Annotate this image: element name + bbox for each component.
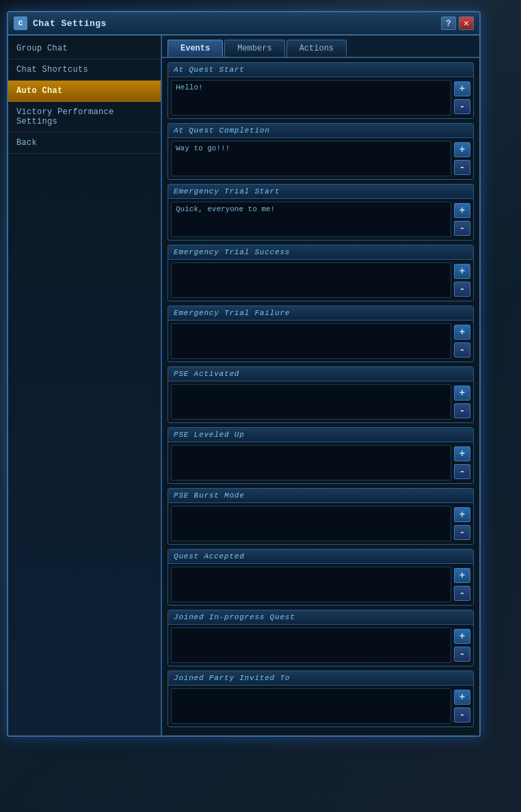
event-emergency-trial-start-buttons: + - xyxy=(454,202,470,237)
event-emergency-trial-start-body: Quick, everyone to me! + - xyxy=(168,199,473,240)
tab-members[interactable]: Members xyxy=(224,40,284,57)
window-title: Chat Settings xyxy=(33,18,107,29)
event-joined-in-progress-quest-input[interactable] xyxy=(171,627,451,663)
event-emergency-trial-failure-buttons: + - xyxy=(454,323,470,359)
event-joined-party-invited-to-header: Joined Party Invited To xyxy=(168,671,473,686)
event-at-quest-start-input[interactable]: Hello! xyxy=(171,80,451,116)
event-emergency-trial-failure-header: Emergency Trial Failure xyxy=(168,306,473,321)
event-joined-party-invited-to-add-button[interactable]: + xyxy=(454,690,470,705)
event-quest-accepted: Quest Accepted + - xyxy=(168,549,474,606)
event-pse-leveled-up-remove-button[interactable]: - xyxy=(454,464,470,479)
tab-bar: Events Members Actions xyxy=(162,36,479,58)
event-pse-activated-header: PSE Activated xyxy=(168,367,473,381)
event-at-quest-start-body: Hello! + - xyxy=(168,77,473,118)
event-pse-leveled-up-input[interactable] xyxy=(171,445,451,481)
window-icon: C xyxy=(14,16,27,30)
sidebar-item-auto-chat[interactable]: Auto Chat xyxy=(8,81,161,102)
main-content: Events Members Actions At Quest Start He… xyxy=(162,36,479,735)
event-pse-leveled-up-add-button[interactable]: + xyxy=(454,446,470,461)
window-body: Group Chat Chat Shortcuts Auto Chat Vict… xyxy=(8,36,479,735)
event-at-quest-start-header: At Quest Start xyxy=(168,63,473,77)
sidebar-item-chat-shortcuts[interactable]: Chat Shortcuts xyxy=(8,59,161,81)
sidebar-item-group-chat[interactable]: Group Chat xyxy=(8,38,161,59)
tab-actions[interactable]: Actions xyxy=(286,40,347,57)
event-at-quest-completion-header: At Quest Completion xyxy=(168,124,473,138)
event-emergency-trial-success-input[interactable] xyxy=(171,262,451,298)
event-at-quest-start-add-button[interactable]: + xyxy=(454,81,470,96)
close-button[interactable]: ✕ xyxy=(459,16,474,30)
tab-events[interactable]: Events xyxy=(168,40,223,57)
event-at-quest-completion-remove-button[interactable]: - xyxy=(454,160,470,175)
event-pse-burst-mode-input[interactable] xyxy=(171,506,451,541)
event-at-quest-completion: At Quest Completion Way to go!!! + - xyxy=(168,123,474,180)
event-pse-activated: PSE Activated + - xyxy=(168,366,474,423)
event-pse-leveled-up-header: PSE Leveled Up xyxy=(168,428,473,442)
event-at-quest-start-buttons: + - xyxy=(454,80,470,116)
chat-settings-window: C Chat Settings ? ✕ Group Chat Chat Shor… xyxy=(7,11,481,737)
event-joined-in-progress-quest-body: + - xyxy=(168,625,473,666)
event-joined-in-progress-quest-header: Joined In-progress Quest xyxy=(168,610,473,625)
event-joined-party-invited-to-remove-button[interactable]: - xyxy=(454,707,470,722)
event-joined-party-invited-to-buttons: + - xyxy=(454,688,470,724)
event-pse-activated-body: + - xyxy=(168,381,473,422)
event-emergency-trial-failure-input[interactable] xyxy=(171,323,451,359)
event-pse-leveled-up-buttons: + - xyxy=(454,445,470,481)
event-pse-burst-mode-body: + - xyxy=(168,503,473,544)
event-joined-party-invited-to: Joined Party Invited To + - xyxy=(168,671,474,727)
event-emergency-trial-start-add-button[interactable]: + xyxy=(454,203,470,218)
event-emergency-trial-failure: Emergency Trial Failure + - xyxy=(168,306,474,362)
event-emergency-trial-success-add-button[interactable]: + xyxy=(454,264,470,279)
event-quest-accepted-buttons: + - xyxy=(454,567,470,602)
event-joined-in-progress-quest-buttons: + - xyxy=(454,627,470,663)
event-emergency-trial-success-body: + - xyxy=(168,260,473,301)
title-bar-left: C Chat Settings xyxy=(14,16,107,30)
event-joined-in-progress-quest-remove-button[interactable]: - xyxy=(454,647,470,662)
sidebar: Group Chat Chat Shortcuts Auto Chat Vict… xyxy=(8,36,162,735)
event-at-quest-completion-buttons: + - xyxy=(454,141,470,176)
events-content[interactable]: At Quest Start Hello! + - At Quest Compl… xyxy=(162,58,479,735)
event-pse-burst-mode-buttons: + - xyxy=(454,506,470,541)
event-at-quest-completion-add-button[interactable]: + xyxy=(454,142,470,157)
event-pse-activated-buttons: + - xyxy=(454,384,470,420)
event-at-quest-start: At Quest Start Hello! + - xyxy=(168,62,474,119)
event-at-quest-completion-body: Way to go!!! + - xyxy=(168,138,473,179)
title-bar: C Chat Settings ? ✕ xyxy=(8,12,479,36)
event-pse-activated-remove-button[interactable]: - xyxy=(454,403,470,418)
event-emergency-trial-failure-body: + - xyxy=(168,321,473,362)
event-pse-burst-mode-header: PSE Burst Mode xyxy=(168,489,473,503)
event-quest-accepted-body: + - xyxy=(168,564,473,605)
help-button[interactable]: ? xyxy=(441,16,456,30)
event-quest-accepted-remove-button[interactable]: - xyxy=(454,586,470,601)
event-pse-burst-mode-add-button[interactable]: + xyxy=(454,507,470,522)
event-emergency-trial-start-remove-button[interactable]: - xyxy=(454,221,470,236)
event-pse-leveled-up-body: + - xyxy=(168,442,473,483)
event-emergency-trial-failure-add-button[interactable]: + xyxy=(454,325,470,340)
event-quest-accepted-input[interactable] xyxy=(171,567,451,602)
event-pse-leveled-up: PSE Leveled Up + - xyxy=(168,427,474,484)
event-emergency-trial-success-buttons: + - xyxy=(454,262,470,298)
event-emergency-trial-start: Emergency Trial Start Quick, everyone to… xyxy=(168,184,474,241)
event-pse-activated-add-button[interactable]: + xyxy=(454,385,470,401)
sidebar-item-back[interactable]: Back xyxy=(8,133,161,154)
sidebar-item-victory-performance[interactable]: Victory Performance Settings xyxy=(8,102,161,133)
event-quest-accepted-header: Quest Accepted xyxy=(168,550,473,564)
event-joined-party-invited-to-input[interactable] xyxy=(171,688,451,724)
event-pse-burst-mode: PSE Burst Mode + - xyxy=(168,488,474,545)
event-emergency-trial-start-header: Emergency Trial Start xyxy=(168,185,473,199)
event-joined-in-progress-quest-add-button[interactable]: + xyxy=(454,629,470,644)
event-emergency-trial-success: Emergency Trial Success + - xyxy=(168,245,474,301)
event-emergency-trial-success-header: Emergency Trial Success xyxy=(168,245,473,260)
event-emergency-trial-success-remove-button[interactable]: - xyxy=(454,282,470,297)
title-bar-buttons: ? ✕ xyxy=(441,16,474,30)
event-emergency-trial-failure-remove-button[interactable]: - xyxy=(454,342,470,357)
event-emergency-trial-start-input[interactable]: Quick, everyone to me! xyxy=(171,202,451,237)
event-at-quest-start-remove-button[interactable]: - xyxy=(454,99,470,114)
event-pse-activated-input[interactable] xyxy=(171,384,451,420)
event-quest-accepted-add-button[interactable]: + xyxy=(454,568,470,583)
event-pse-burst-mode-remove-button[interactable]: - xyxy=(454,525,470,540)
event-at-quest-completion-input[interactable]: Way to go!!! xyxy=(171,141,451,176)
event-joined-party-invited-to-body: + - xyxy=(168,686,473,727)
event-joined-in-progress-quest: Joined In-progress Quest + - xyxy=(168,610,474,666)
